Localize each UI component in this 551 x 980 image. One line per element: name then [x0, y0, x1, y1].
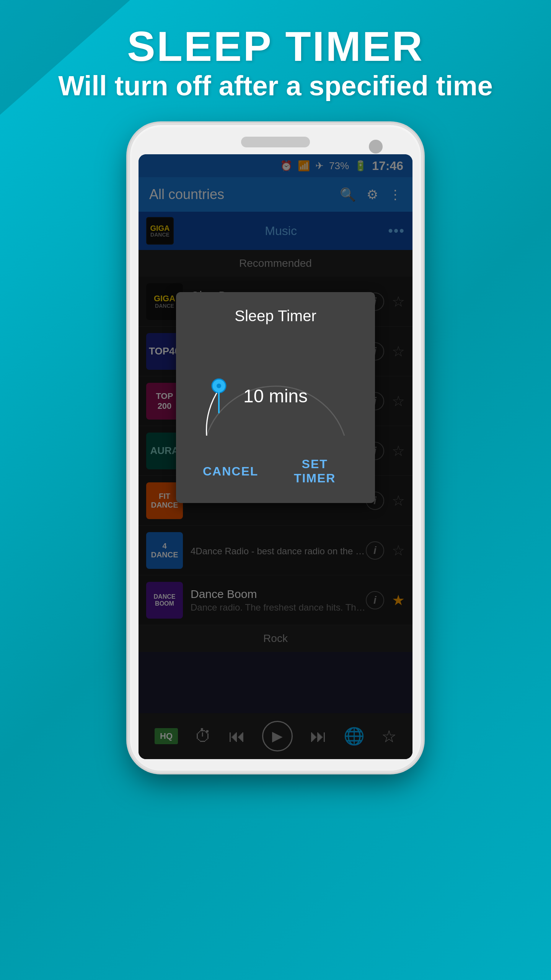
phone-speaker: [241, 137, 310, 147]
banner: SLEEP TIMER Will turn off after a specif…: [0, 0, 551, 118]
phone: ⏰ 📶 ✈ 73% 🔋 17:46 All countries 🔍 ⚙ ⋮: [130, 125, 421, 771]
phone-camera: [369, 140, 383, 154]
banner-title: SLEEP TIMER: [38, 23, 513, 69]
svg-point-1: [217, 384, 221, 388]
cancel-button[interactable]: CANCEL: [191, 451, 270, 492]
dialog-overlay: Sleep Timer: [139, 154, 412, 759]
dialog-title: Sleep Timer: [191, 307, 360, 325]
banner-subtitle: Will turn off after a specified time: [38, 69, 513, 102]
dialog-buttons: CANCEL SET TIMER: [191, 451, 360, 492]
dial-value: 10 mins: [243, 385, 308, 407]
sleep-timer-dialog: Sleep Timer: [176, 292, 375, 503]
set-timer-button[interactable]: SET TIMER: [270, 451, 360, 492]
phone-screen: ⏰ 📶 ✈ 73% 🔋 17:46 All countries 🔍 ⚙ ⋮: [139, 154, 412, 759]
dial-container[interactable]: 10 mins: [191, 336, 360, 443]
phone-outer: ⏰ 📶 ✈ 73% 🔋 17:46 All countries 🔍 ⚙ ⋮: [130, 125, 421, 771]
